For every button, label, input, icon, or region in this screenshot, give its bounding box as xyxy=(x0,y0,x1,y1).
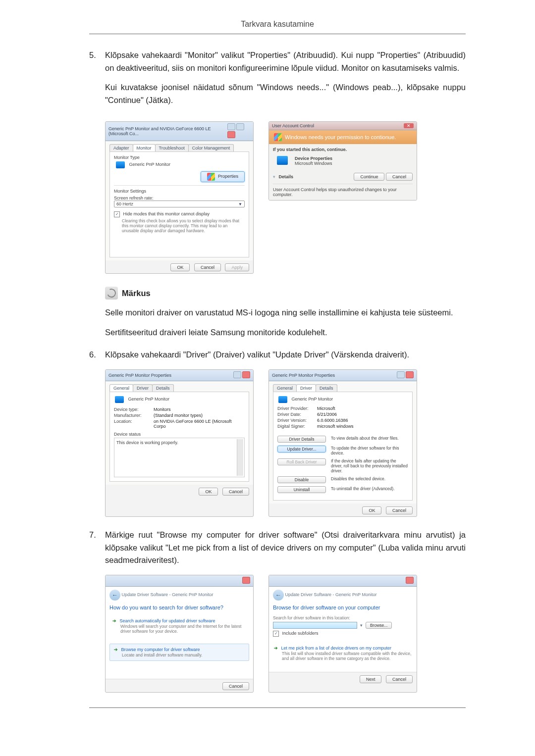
screenshot-update-driver-search: ← Update Driver Software - Generic PnP M… xyxy=(105,575,254,693)
breadcrumb: Update Driver Software - Generic PnP Mon… xyxy=(122,592,214,597)
scrollbar[interactable] xyxy=(237,439,243,476)
tab-troubleshoot[interactable]: Troubleshoot xyxy=(155,144,189,151)
driver-details-button[interactable]: Driver Details xyxy=(277,436,326,443)
step-5-text: Klõpsake vahekaardi "Monitor" valikut "P… xyxy=(105,49,466,74)
step-5-text2: Kui kuvatakse joonisel näidatud sõnum "W… xyxy=(105,81,466,106)
window-buttons xyxy=(232,371,250,379)
step-5-number: 5. xyxy=(89,49,105,113)
close-icon[interactable] xyxy=(406,371,414,378)
continue-button[interactable]: Continue xyxy=(354,173,384,181)
cancel-button[interactable]: Cancel xyxy=(222,488,249,496)
tab-color-management[interactable]: Color Management xyxy=(188,144,234,151)
option-pick-from-list[interactable]: ➔ Let me pick from a list of device driv… xyxy=(274,646,412,651)
screenshot-monitor-properties: Generic PnP Monitor and NVIDIA GeForce 6… xyxy=(105,121,254,274)
window-titlebar: Generic PnP Monitor Properties xyxy=(269,370,417,381)
next-button[interactable]: Next xyxy=(360,675,382,683)
tab-details[interactable]: Details xyxy=(316,384,337,392)
option-auto-search[interactable]: ➔ Search automatically for updated drive… xyxy=(112,618,246,623)
screenshot-row-3: ← Update Driver Software - Generic PnP M… xyxy=(105,575,466,693)
tab-driver[interactable]: Driver xyxy=(133,384,153,392)
tab-details[interactable]: Details xyxy=(152,384,174,392)
option-browse-computer-desc: Locate and install driver software manua… xyxy=(122,653,245,657)
tab-strip: General Driver Details xyxy=(273,384,413,392)
properties-button[interactable]: Properties xyxy=(201,171,245,182)
device-type-value: Monitors xyxy=(154,407,245,412)
driver-version-value: 6.0.6000.16386 xyxy=(317,418,408,423)
option-pick-from-list-desc: This list will show installed driver sof… xyxy=(282,651,412,661)
page-header: Tarkvara kasutamine xyxy=(89,20,466,32)
window-title: Generic PnP Monitor Properties xyxy=(108,373,171,378)
ok-button[interactable]: OK xyxy=(362,506,381,514)
screenshot-properties-general: Generic PnP Monitor Properties General D… xyxy=(105,369,254,517)
cancel-button[interactable]: Cancel xyxy=(386,173,413,181)
driver-provider-value: Microsoft xyxy=(317,406,408,411)
uac-program-name: Device Properties xyxy=(295,156,332,161)
screenshot-properties-driver: Generic PnP Monitor Properties General D… xyxy=(268,369,417,517)
tab-adapter[interactable]: Adapter xyxy=(109,144,133,151)
close-icon[interactable] xyxy=(242,371,250,378)
step-5: 5. Klõpsake vahekaardi "Monitor" valikut… xyxy=(89,49,466,113)
tab-monitor[interactable]: Monitor xyxy=(133,144,156,151)
device-name: Generic PnP Monitor xyxy=(128,397,169,402)
cancel-button[interactable]: Cancel xyxy=(194,263,221,271)
tab-general[interactable]: General xyxy=(273,384,297,392)
location-input[interactable] xyxy=(273,622,357,629)
dialog-button-row: OK Cancel Apply xyxy=(106,260,253,273)
option-browse-computer[interactable]: ➔ Browse my computer for driver software… xyxy=(109,644,249,661)
window-buttons xyxy=(396,371,414,379)
driver-provider-key: Driver Provider: xyxy=(277,406,317,411)
window-titlebar xyxy=(269,575,417,587)
driver-date-value: 6/21/2006 xyxy=(317,412,408,417)
window-title: User Account Control xyxy=(272,123,314,128)
close-icon[interactable] xyxy=(242,577,250,584)
breadcrumb: Update Driver Software - Generic PnP Mon… xyxy=(285,592,377,597)
header-rule xyxy=(89,34,466,34)
manufacturer-value: (Standard monitor types) xyxy=(154,413,245,418)
cancel-button[interactable]: Cancel xyxy=(386,506,413,514)
note-icon xyxy=(105,287,118,300)
window-buttons xyxy=(241,577,250,585)
tab-driver[interactable]: Driver xyxy=(296,384,316,392)
manufacturer-key: Manufacturer: xyxy=(114,413,154,418)
step-6-text: Klõpsake vahekaardi "Driver" (Draiver) v… xyxy=(105,349,466,361)
window-titlebar xyxy=(106,575,253,587)
monitor-type-label: Monitor Type xyxy=(114,155,245,160)
uac-banner-text: Windows needs your permission to contion… xyxy=(285,134,396,140)
update-driver-button[interactable]: Update Driver... xyxy=(277,446,326,453)
uninstall-driver-button[interactable]: Uninstall xyxy=(277,486,326,493)
tab-strip: General Driver Details xyxy=(109,384,249,392)
close-icon[interactable] xyxy=(227,131,235,138)
hide-modes-label: Hide modes that this monitor cannot disp… xyxy=(123,211,210,216)
monitor-icon xyxy=(278,396,287,403)
disable-driver-button[interactable]: Disable xyxy=(277,476,326,483)
properties-button-label: Properties xyxy=(218,174,238,179)
screenshot-browse-for-driver: ← Update Driver Software - Generic PnP M… xyxy=(268,575,417,693)
ok-button[interactable]: OK xyxy=(199,488,218,496)
close-icon[interactable] xyxy=(406,577,414,584)
uac-banner: Windows needs your permission to contion… xyxy=(269,130,417,144)
include-subfolders-label: Include subfolders xyxy=(282,631,319,636)
back-arrow-icon[interactable]: ← xyxy=(109,590,120,601)
browse-button[interactable]: Browse... xyxy=(366,622,392,629)
tab-general[interactable]: General xyxy=(109,384,133,392)
window-buttons xyxy=(405,577,414,585)
chevron-down-icon[interactable]: ▾ xyxy=(360,623,363,628)
wizard-heading: How do you want to search for driver sof… xyxy=(109,605,249,610)
device-type-key: Device type: xyxy=(114,407,154,412)
details-toggle[interactable]: ▾ Details xyxy=(273,174,293,179)
cancel-button[interactable]: Cancel xyxy=(222,682,249,690)
refresh-rate-select[interactable]: 60 Hertz ▼ xyxy=(114,201,245,207)
hide-modes-checkbox[interactable] xyxy=(114,211,122,216)
uac-footer-text: User Account Control helps stop unauthor… xyxy=(273,187,413,197)
option-browse-computer-title: Browse my computer for driver software xyxy=(121,647,200,652)
chevron-down-icon: ▼ xyxy=(238,202,242,206)
digital-signer-key: Digital Signer: xyxy=(277,424,317,429)
back-arrow-icon[interactable]: ← xyxy=(273,590,284,601)
step-7-text: Märkige ruut "Browse my computer for dri… xyxy=(105,529,466,567)
close-icon[interactable]: ✕ xyxy=(404,123,414,128)
footer-rule xyxy=(89,707,466,708)
include-subfolders-checkbox[interactable] xyxy=(273,631,281,636)
ok-button[interactable]: OK xyxy=(170,263,190,271)
cancel-button[interactable]: Cancel xyxy=(386,675,413,683)
program-icon xyxy=(277,156,288,165)
